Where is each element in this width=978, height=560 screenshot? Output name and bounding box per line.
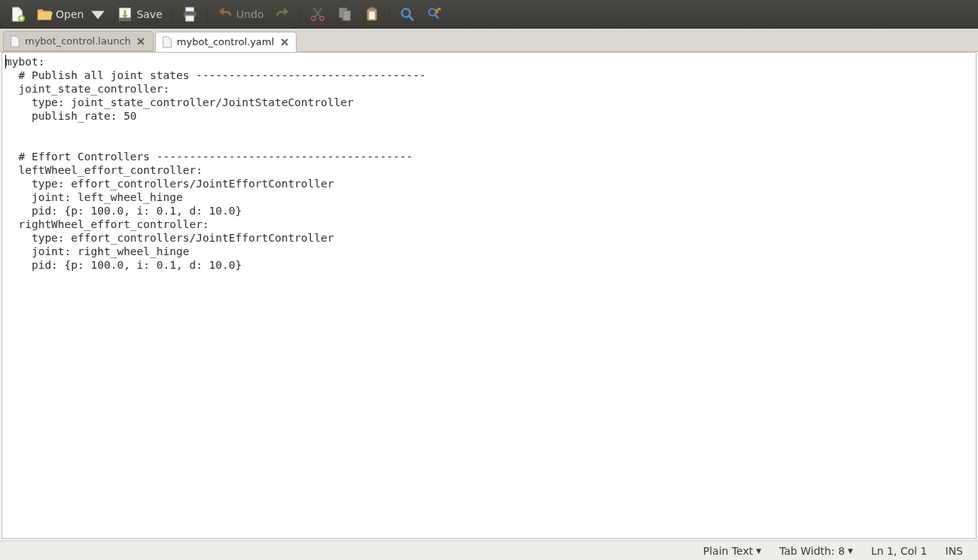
open-button[interactable]: Open xyxy=(32,2,111,26)
undo-button[interactable]: Undo xyxy=(212,2,269,26)
tab-label: mybot_control.yaml xyxy=(177,36,274,47)
new-file-button[interactable] xyxy=(5,2,30,26)
svg-rect-2 xyxy=(119,18,132,21)
insert-mode-toggle[interactable]: INS xyxy=(937,545,973,557)
close-icon xyxy=(281,38,288,46)
cut-icon xyxy=(309,6,326,23)
undo-icon xyxy=(217,6,233,23)
tab-mybot-control-launch[interactable]: mybot_control.launch xyxy=(3,31,154,51)
insert-mode-label: INS xyxy=(946,545,964,557)
find-button[interactable] xyxy=(395,2,420,26)
svg-rect-12 xyxy=(370,11,375,19)
tab-mybot-control-yaml[interactable]: mybot_control.yaml xyxy=(155,32,297,52)
paste-button[interactable] xyxy=(359,2,385,26)
cursor-position: Ln 1, Col 1 xyxy=(862,545,937,557)
print-icon xyxy=(181,6,198,23)
chevron-down-icon: ▼ xyxy=(848,547,853,555)
close-icon xyxy=(137,38,145,45)
editor-content: mybot: # Publish all joint states ------… xyxy=(5,55,973,272)
open-label: Open xyxy=(56,8,84,20)
status-bar: Plain Text ▼ Tab Width: 8 ▼ Ln 1, Col 1 … xyxy=(0,540,978,560)
toolbar-separator xyxy=(207,5,208,24)
find-replace-icon xyxy=(426,6,443,23)
new-file-icon xyxy=(9,6,26,23)
close-tab-button[interactable] xyxy=(136,35,147,47)
cut-button[interactable] xyxy=(305,2,331,26)
svg-rect-5 xyxy=(185,15,193,20)
svg-rect-3 xyxy=(185,7,193,11)
svg-point-14 xyxy=(429,8,436,15)
chevron-down-icon: ▼ xyxy=(756,547,761,555)
paste-icon xyxy=(364,6,380,23)
toolbar-separator xyxy=(300,5,300,24)
save-button[interactable]: Save xyxy=(112,2,166,26)
syntax-mode-selector[interactable]: Plain Text ▼ xyxy=(694,545,770,557)
document-icon xyxy=(162,36,172,48)
main-toolbar: Open Save Undo xyxy=(0,0,978,29)
svg-point-13 xyxy=(402,8,410,17)
redo-button[interactable] xyxy=(270,2,295,26)
copy-icon xyxy=(337,6,353,23)
find-replace-button[interactable] xyxy=(422,2,447,26)
undo-label: Undo xyxy=(236,8,264,20)
open-folder-icon xyxy=(36,6,53,23)
tab-width-label: Tab Width: 8 xyxy=(779,545,845,557)
editor-area[interactable]: mybot: # Publish all joint states ------… xyxy=(2,52,976,539)
chevron-down-icon xyxy=(90,6,106,23)
save-label: Save xyxy=(136,8,162,20)
tab-label: mybot_control.launch xyxy=(25,35,131,47)
svg-rect-9 xyxy=(343,11,351,20)
tab-bar: mybot_control.launch mybot_control.yaml xyxy=(0,29,978,52)
redo-icon xyxy=(274,6,291,23)
toolbar-separator xyxy=(172,5,172,24)
document-icon xyxy=(10,35,20,47)
close-tab-button[interactable] xyxy=(279,36,290,47)
toolbar-separator xyxy=(389,5,390,24)
text-cursor xyxy=(5,55,6,68)
svg-rect-11 xyxy=(370,7,375,10)
search-icon xyxy=(399,6,416,23)
syntax-mode-label: Plain Text xyxy=(703,545,753,557)
print-button[interactable] xyxy=(177,2,203,26)
save-icon xyxy=(117,6,133,23)
copy-button[interactable] xyxy=(332,2,358,26)
tab-width-selector[interactable]: Tab Width: 8 ▼ xyxy=(770,545,862,557)
cursor-position-label: Ln 1, Col 1 xyxy=(871,545,928,557)
